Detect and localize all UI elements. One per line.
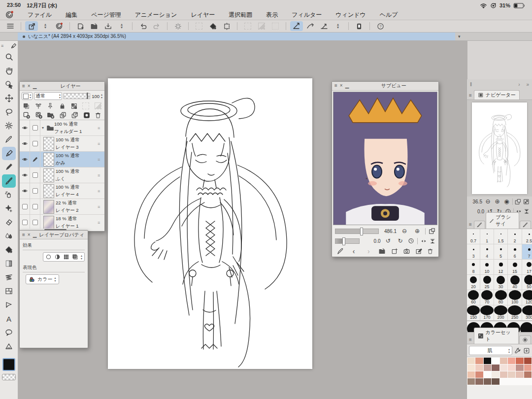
menu-item[interactable]: アニメーション (128, 11, 184, 19)
export-share-button[interactable] (25, 21, 38, 31)
brush-size-cell[interactable]: 2 (508, 229, 522, 244)
layer-drag-handle[interactable]: ≡ (98, 173, 104, 178)
lock-layer-icon[interactable] (59, 103, 66, 109)
tab-color-other[interactable] (519, 335, 531, 344)
brush-size-cell[interactable]: 0.7 (467, 229, 480, 244)
tool-airbrush[interactable] (2, 188, 16, 201)
tab-brush-next[interactable] (520, 221, 531, 229)
layer-row[interactable]: ▾ 100 % 通常 レイヤー 4 ≡ (20, 183, 104, 199)
delete-image-button[interactable] (427, 248, 433, 255)
color-swatch[interactable] (475, 378, 483, 385)
brush-size-cell[interactable]: 100 (508, 290, 522, 305)
enable-mask-icon[interactable] (82, 102, 89, 109)
color-swatch[interactable] (492, 371, 499, 378)
panel-close-icon[interactable]: × (28, 84, 31, 89)
tool-eraser[interactable] (2, 216, 16, 229)
deselect-button[interactable] (241, 21, 254, 31)
tool-gradient[interactable] (2, 257, 16, 270)
edit-image-button[interactable] (415, 248, 422, 255)
blend-mode-dropdown[interactable]: 通常▴▾ (34, 92, 62, 100)
tool-ruler[interactable] (2, 340, 16, 353)
navigator-thumbnail[interactable] (472, 102, 527, 194)
menu-item[interactable]: レイヤー (184, 11, 222, 19)
tool-text[interactable]: A (2, 312, 16, 326)
tab-brush-size[interactable]: ブラシサイ (486, 212, 519, 229)
layer-thumbnail[interactable] (43, 200, 54, 214)
tab-navigator[interactable]: ナビゲーター (474, 90, 520, 100)
color-set-menu-icon[interactable]: ≡ (468, 337, 473, 344)
layer-drag-handle[interactable]: ≡ (98, 157, 104, 162)
color-swatch[interactable] (484, 378, 491, 385)
folder-collapse-chevron[interactable]: ▾ (40, 126, 45, 130)
layer-opacity-slider[interactable] (64, 93, 90, 99)
transfer-down-icon[interactable] (59, 111, 66, 119)
layer-edit-state[interactable] (30, 183, 40, 199)
tool-saturated-lines[interactable] (2, 271, 16, 284)
panel-close-icon[interactable]: × (28, 233, 31, 237)
nav-zoom-out-button[interactable]: ⊖ (484, 198, 492, 205)
tone-effect-icon[interactable] (63, 254, 69, 260)
fit-vertical-icon[interactable] (430, 238, 435, 244)
nav-fit-icon[interactable] (515, 199, 521, 205)
layer-edit-state[interactable] (30, 199, 40, 214)
layer-row[interactable]: ▾ 100 % 通常 レイヤー 3 ≡ (20, 136, 104, 152)
foreground-color-swatch[interactable] (2, 358, 15, 371)
brush-size-cell[interactable]: 3 (467, 244, 480, 260)
dock-collapse-icon[interactable]: › (518, 82, 520, 87)
add-image-button[interactable] (391, 248, 398, 255)
clip-studio-logo-icon[interactable] (5, 10, 14, 19)
fill-selection-button[interactable] (206, 21, 219, 31)
brush-size-cell[interactable]: 7 (522, 244, 532, 260)
layer-edit-state[interactable] (30, 167, 40, 183)
color-swatch[interactable] (484, 371, 491, 378)
layer-thumbnail[interactable] (43, 216, 54, 229)
flip-horizontal-icon[interactable] (421, 238, 427, 244)
tab-color-set[interactable]: カラーセット (474, 328, 519, 344)
brush-size-cell[interactable]: 300 (522, 305, 532, 321)
subview-reference-image[interactable] (333, 92, 437, 225)
dock-collapse-all-icon[interactable]: » (526, 82, 529, 87)
border-effect-icon[interactable] (45, 254, 52, 260)
tool-brush[interactable] (2, 174, 16, 188)
open-image-button[interactable] (378, 248, 386, 255)
panel-menu-icon[interactable]: ≡ (334, 83, 337, 88)
brush-size-cell[interactable]: 30 (494, 275, 508, 290)
nav-zoom-in-button[interactable]: ⊕ (494, 198, 501, 205)
layer-visibility-toggle[interactable] (20, 199, 30, 214)
layer-row[interactable]: ▾ 100 % 通常 かみ ≡ (20, 152, 104, 167)
canvas[interactable] (108, 78, 312, 369)
rotate-right-button[interactable]: ↻ (396, 237, 405, 245)
import-color-set-icon[interactable] (523, 347, 530, 354)
nav-expand-icon[interactable] (523, 199, 530, 205)
panel-minimize-icon[interactable]: ▁ (33, 84, 37, 89)
dock-drag-handle[interactable]: ‖ (470, 82, 472, 87)
layer-drag-handle[interactable]: ≡ (98, 204, 104, 209)
color-swatch[interactable] (467, 365, 475, 371)
brush-size-cell[interactable]: 25 (480, 275, 494, 290)
layer-drag-handle[interactable]: ≡ (98, 220, 104, 225)
color-swatch[interactable] (516, 365, 523, 371)
layer-edit-state[interactable] (30, 136, 40, 151)
subview-zoom-slider[interactable] (335, 229, 379, 234)
companion-mode-button[interactable] (353, 21, 366, 31)
redo-button[interactable] (150, 21, 163, 31)
layer-row[interactable]: ▾ 100 % 通常 ふく ≡ (20, 167, 104, 183)
layer-thumbnail[interactable] (43, 153, 54, 166)
layer-visibility-toggle[interactable] (20, 183, 30, 199)
tool-move-layer[interactable] (2, 92, 16, 105)
menu-item[interactable]: ウィンドウ (329, 11, 372, 19)
color-swatch[interactable] (508, 365, 515, 371)
color-swatch[interactable] (524, 371, 532, 378)
selection-border-button[interactable] (269, 21, 282, 31)
rotate-left-button[interactable]: ↺ (383, 237, 393, 245)
reset-rotation-icon[interactable] (408, 237, 414, 244)
tool-eyedropper[interactable] (2, 133, 16, 146)
color-swatch[interactable] (516, 371, 523, 378)
undo-button[interactable] (136, 21, 149, 31)
color-swatch[interactable] (484, 365, 491, 371)
tool-fill[interactable] (2, 243, 16, 257)
layer-color-effect-icon[interactable] (72, 254, 78, 260)
tool-figure[interactable] (2, 299, 16, 312)
layer-row[interactable]: ▾ 100 % 通常 フォルダー 1 ≡ (20, 120, 104, 136)
new-tone-layer-icon[interactable] (35, 111, 42, 119)
